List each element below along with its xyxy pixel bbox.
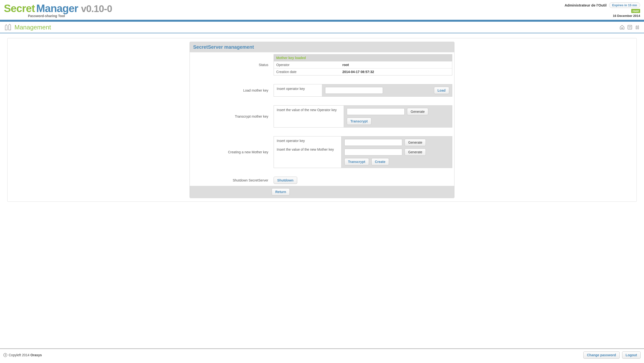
load-operator-key-input[interactable] <box>325 87 383 94</box>
tools-icon <box>4 23 12 31</box>
transcrypt-button-2[interactable]: Transcrypt <box>344 158 369 165</box>
svg-point-1 <box>629 26 629 27</box>
logo-manager: Manager <box>36 3 78 15</box>
transcrypt-field-label: Insert the value of the new Operator key <box>274 106 344 127</box>
shutdown-label: Shutdown SecretServer <box>190 175 272 186</box>
change-password-button[interactable]: Change password <box>583 351 620 359</box>
footer: c Copyleft 2014 Orasys Change password L… <box>0 348 644 363</box>
logout-button[interactable]: Logout <box>622 351 641 359</box>
load-mother-key-label: Load mother key <box>190 82 272 99</box>
header-right: Administrateur de l'Outil Expires in 15 … <box>564 3 640 18</box>
status-table: Mother key loaded Operator root Creation… <box>274 54 452 76</box>
create-button[interactable]: Create <box>371 158 389 165</box>
create-field2-label: Insert the value of the new Mother key <box>277 148 338 151</box>
operator-label: Operator <box>274 62 340 69</box>
status-header: Mother key loaded <box>274 55 452 62</box>
transcrypt-new-operator-key-input[interactable] <box>347 108 404 115</box>
transcrypt-mother-key-label: Transcrypt mother key <box>190 103 272 129</box>
admin-label: Administrateur de l'Outil <box>564 3 606 7</box>
header: SecretManager v0.10-0 Password-sharing T… <box>0 0 644 20</box>
create-mother-key-box: Insert operator key Insert the value of … <box>274 136 452 168</box>
load-field-label: Insert operator key <box>274 84 322 96</box>
create-operator-key-input[interactable] <box>344 139 402 146</box>
operator-value: root <box>340 62 452 69</box>
generate-button-2[interactable]: Generate <box>404 139 426 146</box>
current-date: 16 December 2014 <box>613 14 640 18</box>
create-field1-label: Insert operator key <box>277 139 338 143</box>
panel-title: SecretServer management <box>190 42 454 52</box>
generate-button[interactable]: Generate <box>407 108 428 115</box>
home-icon[interactable] <box>620 25 625 30</box>
divider-bar <box>0 20 644 22</box>
logo-version: v0.10-0 <box>81 3 112 14</box>
logo-tagline: Password-sharing Tool <box>28 14 112 18</box>
svg-point-2 <box>630 26 631 27</box>
load-button[interactable]: Load <box>434 87 449 94</box>
password-icon[interactable] <box>627 25 632 30</box>
management-panel: SecretServer management Status Mother ke… <box>190 42 454 198</box>
load-mother-key-box: Insert operator key Load <box>274 84 452 97</box>
nav-icons <box>620 25 640 30</box>
section-title: Management <box>14 24 51 31</box>
content-border: SecretServer management Status Mother ke… <box>7 38 637 202</box>
svg-rect-0 <box>628 25 632 30</box>
status-label: Status <box>190 52 272 77</box>
management-icon[interactable] <box>635 25 640 30</box>
create-mother-key-label: Creating a new Mother key <box>190 134 272 170</box>
creation-date-label: Creation date <box>274 69 340 76</box>
copyleft-icon: c <box>3 353 7 357</box>
logo-block: SecretManager v0.10-0 Password-sharing T… <box>4 3 112 18</box>
return-row: Return <box>190 186 454 198</box>
create-new-mother-key-input[interactable] <box>344 149 402 155</box>
generate-button-3[interactable]: Generate <box>404 149 426 156</box>
user-badge: root <box>631 9 640 13</box>
creation-date-value: 2014-04-17 08:57:32 <box>340 69 452 76</box>
copyleft-org: Orasys <box>30 353 42 357</box>
shutdown-button[interactable]: Shutdown <box>274 177 297 184</box>
transcrypt-button[interactable]: Transcrypt <box>347 118 371 125</box>
section-title-bar: Management <box>0 22 644 33</box>
session-expires-pill[interactable]: Expires in 15 mn <box>609 3 640 8</box>
copyleft: c Copyleft 2014 Orasys <box>3 353 42 357</box>
copyleft-text: Copyleft 2014 <box>9 353 30 357</box>
logo-secret: Secret <box>4 3 35 15</box>
transcrypt-mother-key-box: Insert the value of the new Operator key… <box>274 105 452 128</box>
return-button[interactable]: Return <box>272 188 290 195</box>
